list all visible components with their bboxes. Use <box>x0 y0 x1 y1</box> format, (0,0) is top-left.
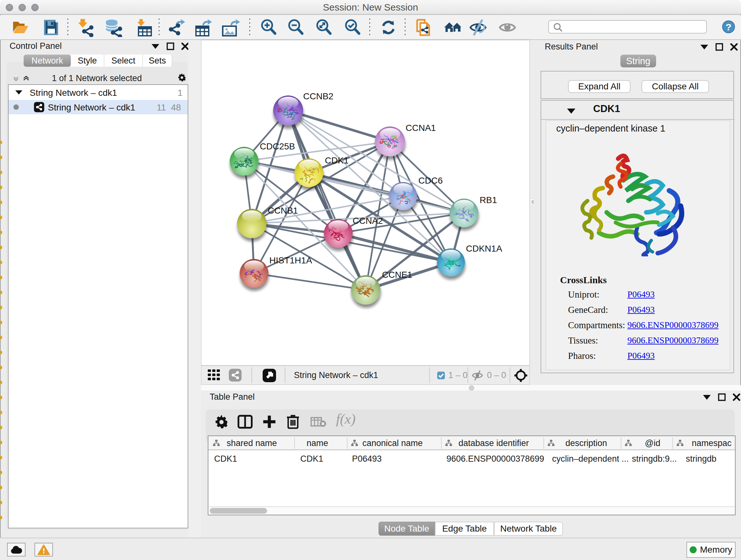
svg-text:RB1: RB1 <box>480 195 497 205</box>
svg-text:CCNB2: CCNB2 <box>303 91 333 101</box>
svg-text:HIST1H1A: HIST1H1A <box>269 255 312 265</box>
svg-text:CCNA2: CCNA2 <box>353 216 383 226</box>
svg-text:CCNB1: CCNB1 <box>268 206 298 215</box>
svg-text:CDC25B: CDC25B <box>260 141 295 151</box>
svg-text:CDC6: CDC6 <box>418 176 443 186</box>
svg-text:CCNE1: CCNE1 <box>382 270 412 280</box>
svg-text:CDK1: CDK1 <box>325 155 349 165</box>
svg-text:CCNA1: CCNA1 <box>406 123 436 133</box>
svg-text:CDKN1A: CDKN1A <box>466 244 502 253</box>
